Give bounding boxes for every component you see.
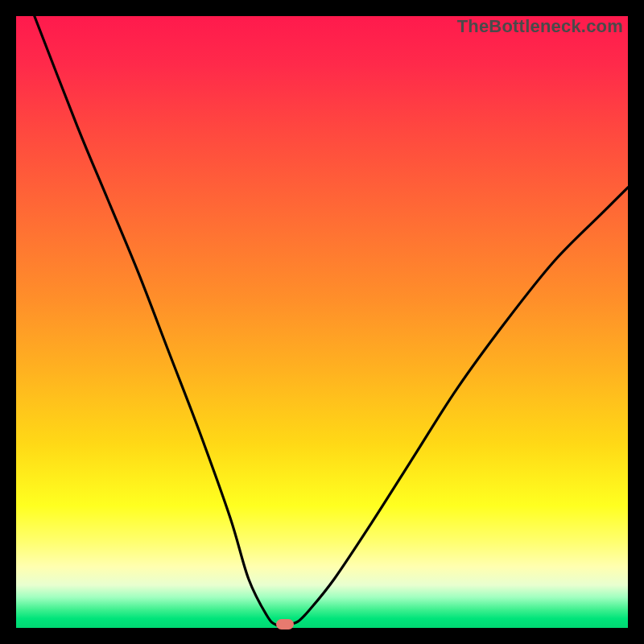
minimum-marker [276,619,294,630]
bottleneck-curve [16,16,628,628]
chart-frame: TheBottleneck.com [16,16,628,628]
